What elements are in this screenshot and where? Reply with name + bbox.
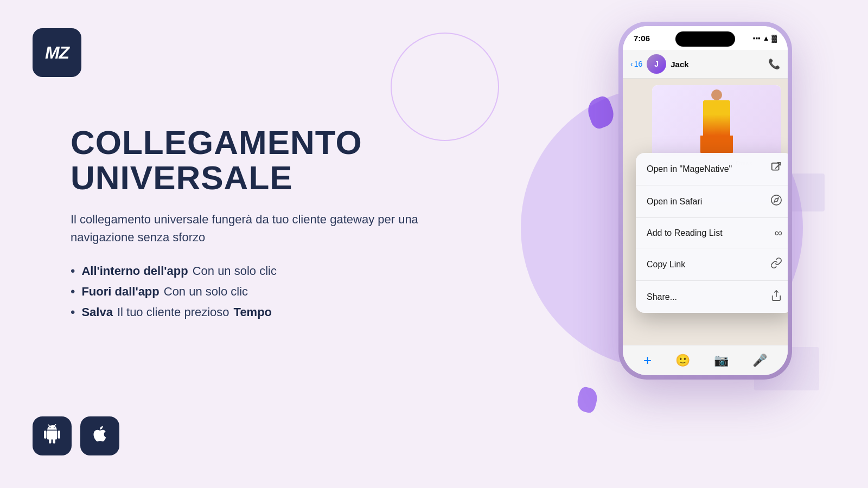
phone-mockup: 7:06 ▪▪▪ ▲ ▓ ‹ 16 J Jack 📞 bbox=[618, 22, 792, 380]
bullet-item-3: Salva Il tuo cliente prezioso Tempo bbox=[71, 305, 439, 320]
chat-bottom-bar: + 🙂 📷 🎤 bbox=[623, 345, 788, 375]
external-link-icon bbox=[770, 162, 782, 176]
svg-point-1 bbox=[771, 195, 781, 205]
bullet-item-2: Fuori dall'app Con un solo clic bbox=[71, 284, 439, 299]
product-image bbox=[652, 85, 781, 156]
status-time: 7:06 bbox=[634, 34, 650, 43]
deco-blob-3 bbox=[575, 386, 599, 414]
menu-item-share[interactable]: Share... bbox=[636, 281, 788, 313]
reading-list-icon: ∞ bbox=[775, 227, 782, 239]
battery-icon: ▓ bbox=[772, 34, 777, 42]
wifi-icon: ▲ bbox=[763, 34, 770, 42]
context-menu: Open in "MageNative" Open in Safari bbox=[636, 153, 788, 313]
dynamic-island bbox=[675, 31, 735, 47]
menu-item-open-safari[interactable]: Open in Safari bbox=[636, 185, 788, 218]
status-icons: ▪▪▪ ▲ ▓ bbox=[753, 34, 777, 42]
menu-item-open-magenative[interactable]: Open in "MageNative" bbox=[636, 153, 788, 185]
menu-item-share-label: Share... bbox=[647, 292, 677, 302]
subtitle-text: Il collegamento universale fungerà da tu… bbox=[71, 210, 439, 246]
back-count: 16 bbox=[634, 60, 643, 68]
back-button[interactable]: ‹ 16 bbox=[630, 60, 642, 68]
logo-text: MZ bbox=[45, 44, 69, 61]
android-badge[interactable] bbox=[33, 416, 72, 455]
phone-outer: 7:06 ▪▪▪ ▲ ▓ ‹ 16 J Jack 📞 bbox=[618, 22, 792, 380]
store-badges bbox=[33, 416, 119, 455]
menu-item-open-safari-label: Open in Safari bbox=[647, 197, 702, 207]
copy-link-icon bbox=[770, 257, 782, 272]
menu-item-copy-link[interactable]: Copy Link bbox=[636, 248, 788, 281]
safari-icon bbox=[770, 194, 782, 209]
main-headline: COLLEGAMENTO UNIVERSALE bbox=[71, 125, 439, 195]
figure-head bbox=[711, 89, 722, 100]
add-attachment-icon[interactable]: + bbox=[643, 352, 652, 369]
figure-torso bbox=[703, 100, 730, 136]
apple-icon bbox=[91, 425, 109, 447]
menu-item-open-magenative-label: Open in "MageNative" bbox=[647, 164, 732, 174]
menu-item-add-reading-list[interactable]: Add to Reading List ∞ bbox=[636, 218, 788, 248]
bullet-2-normal: Con un solo clic bbox=[164, 285, 248, 299]
phone-screen: 7:06 ▪▪▪ ▲ ▓ ‹ 16 J Jack 📞 bbox=[623, 26, 788, 375]
bullet-3-bold2: Tempo bbox=[234, 305, 272, 319]
status-bar: 7:06 ▪▪▪ ▲ ▓ bbox=[623, 26, 788, 50]
chat-content: Copy of 3/4 Sleeve Kimono Dress This is … bbox=[623, 79, 788, 356]
menu-item-copy-link-label: Copy Link bbox=[647, 260, 685, 269]
logo-box: MZ bbox=[33, 28, 81, 77]
bullet-item-1: All'interno dell'app Con un solo clic bbox=[71, 264, 439, 279]
microphone-icon[interactable]: 🎤 bbox=[752, 354, 767, 368]
sticker-icon[interactable]: 🙂 bbox=[675, 354, 690, 368]
content-left: COLLEGAMENTO UNIVERSALE Il collegamento … bbox=[71, 125, 439, 325]
contact-avatar: J bbox=[647, 54, 666, 74]
apple-badge[interactable] bbox=[80, 416, 119, 455]
share-icon bbox=[770, 290, 782, 304]
bullet-2-bold: Fuori dall'app bbox=[81, 285, 159, 299]
chat-header: ‹ 16 J Jack 📞 bbox=[623, 50, 788, 79]
feature-list: All'interno dell'app Con un solo clic Fu… bbox=[71, 264, 439, 320]
menu-item-add-reading-list-label: Add to Reading List bbox=[647, 228, 723, 238]
android-icon bbox=[42, 424, 62, 448]
signal-icon: ▪▪▪ bbox=[753, 34, 761, 42]
contact-name: Jack bbox=[671, 60, 764, 69]
logo-container: MZ bbox=[33, 28, 81, 77]
camera-icon[interactable]: 📷 bbox=[714, 354, 729, 368]
call-icon[interactable]: 📞 bbox=[768, 58, 780, 70]
bullet-3-bold: Salva bbox=[81, 305, 113, 319]
bullet-1-normal: Con un solo clic bbox=[193, 264, 277, 278]
bullet-3-normal: Il tuo cliente prezioso bbox=[117, 305, 229, 319]
chevron-left-icon: ‹ bbox=[630, 60, 633, 68]
bullet-1-bold: All'interno dell'app bbox=[81, 264, 188, 278]
